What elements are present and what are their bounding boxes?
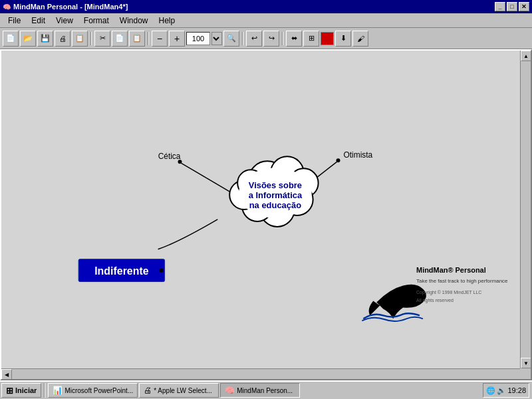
printer-icon: 🖨 [144, 386, 152, 395]
taskbar-right: 🌐 🔊 19:28 [483, 383, 531, 398]
otimista-label: Otimista [343, 150, 372, 160]
taskbar: ⊞ Iniciar 📊 Microsoft PowerPoint... 🖨 * … [0, 380, 532, 399]
taskbar-item-1-label: * Apple LW Select... [154, 387, 212, 394]
save-button[interactable]: 💾 [37, 31, 53, 47]
taskbar-item-1[interactable]: 🖨 * Apple LW Select... [139, 383, 219, 398]
menu-file[interactable]: File [3, 15, 26, 27]
undo-button[interactable]: ↩ [246, 31, 262, 47]
ppt-icon: 📊 [53, 386, 63, 395]
logo-name: MindMan® Personal [416, 266, 486, 274]
mindman-icon: 🧠 [225, 386, 235, 395]
scrollbar-vertical[interactable]: ▲ ▼ [520, 51, 531, 368]
paste-button[interactable]: 📋 [129, 31, 145, 47]
separator-1 [90, 32, 92, 45]
menu-bar: File Edit View Format Window Help [0, 13, 532, 28]
download-button[interactable]: ⬇ [335, 31, 351, 47]
center-text-2: a Informática [249, 190, 303, 200]
title-bar-buttons[interactable]: _ □ ✕ [495, 2, 529, 11]
separator-4 [282, 32, 283, 45]
cut-button[interactable]: ✂ [94, 31, 110, 47]
indiferente-node[interactable]: Indiferente [78, 259, 164, 282]
window-title: MindMan Personal - [MindMan4*] [13, 3, 128, 11]
scroll-corner [520, 368, 531, 379]
otimista-node[interactable]: Otimista [336, 150, 373, 162]
copy-button[interactable]: 📄 [112, 31, 128, 47]
title-bar: 🧠 MindMan Personal - [MindMan4*] _ □ ✕ [0, 0, 532, 13]
toolbar: 📄 📂 💾 🖨 📋 ✂ 📄 📋 − + 1007550150 🔍 ↩ ↪ ⬌ ⊞… [0, 28, 532, 49]
copy2-button[interactable]: 📋 [72, 31, 88, 47]
redo-button[interactable]: ↪ [263, 31, 279, 47]
taskbar-item-2-label: MindMan Person... [237, 387, 293, 394]
menu-help[interactable]: Help [154, 15, 181, 27]
zoom-out-button[interactable]: − [152, 31, 168, 47]
zoom-input[interactable] [186, 32, 210, 45]
separator-3 [242, 32, 243, 45]
taskbar-separator-1 [44, 383, 45, 398]
maximize-button[interactable]: □ [507, 2, 517, 11]
svg-line-0 [182, 163, 238, 196]
mindman-logo: MindMan® Personal Take the fast track to… [362, 266, 508, 321]
center-text-1: Visões sobre [249, 180, 302, 190]
indiferente-label: Indiferente [94, 265, 149, 277]
taskbar-item-0[interactable]: 📊 Microsoft PowerPoint... [48, 383, 138, 398]
mindmap-canvas: Visões sobre a Informática na educação C… [1, 51, 520, 368]
zoom-fit-button[interactable]: 🔍 [223, 31, 239, 47]
menu-window[interactable]: Window [114, 15, 154, 27]
svg-point-12 [336, 158, 340, 162]
cetica-label: Cética [158, 152, 181, 161]
system-tray: 🌐 🔊 19:28 [483, 383, 529, 398]
minimize-button[interactable]: _ [495, 2, 505, 11]
menu-edit[interactable]: Edit [26, 15, 51, 27]
network-icon: 🌐 [486, 386, 495, 395]
svg-point-14 [160, 269, 164, 273]
volume-icon: 🔊 [497, 386, 506, 395]
menu-view[interactable]: View [51, 15, 78, 27]
zoom-dropdown[interactable]: 1007550150 [211, 32, 222, 45]
scroll-down-button[interactable]: ▼ [521, 358, 531, 368]
app-icon: 🧠 [3, 3, 11, 11]
close-button[interactable]: ✕ [519, 2, 529, 11]
canvas-area[interactable]: Visões sobre a Informática na educação C… [1, 51, 520, 368]
menu-format[interactable]: Format [78, 15, 114, 27]
logo-tagline: Take the fast track to high performance [416, 278, 508, 284]
logo-copyright: Copyright © 1998 MindJET LLC [416, 290, 481, 295]
clock-display: 19:28 [507, 386, 526, 394]
scroll-up-button[interactable]: ▲ [521, 51, 531, 61]
paint-button[interactable]: 🖌 [352, 31, 368, 47]
center-text-3: na educação [249, 200, 301, 210]
windows-icon: ⊞ [6, 386, 13, 396]
print-button[interactable]: 🖨 [55, 31, 70, 47]
new-button[interactable]: 📄 [3, 31, 19, 47]
arrange-button[interactable]: ⊞ [303, 31, 319, 47]
taskbar-item-0-label: Microsoft PowerPoint... [65, 387, 133, 394]
start-label: Iniciar [15, 386, 37, 394]
taskbar-item-2[interactable]: 🧠 MindMan Person... [220, 383, 300, 398]
separator-2 [148, 32, 149, 45]
zoom-in-button[interactable]: + [169, 31, 185, 47]
logo-rights: All rights reserved [416, 298, 454, 303]
center-node[interactable]: Visões sobre a Informática na educação [229, 156, 318, 227]
scroll-left-button[interactable]: ◀ [1, 369, 12, 380]
color-red-button[interactable] [321, 32, 334, 45]
scrollbar-horizontal[interactable]: ◀ ▶ [1, 368, 520, 379]
title-bar-left: 🧠 MindMan Personal - [MindMan4*] [3, 3, 128, 11]
start-button[interactable]: ⊞ Iniciar [1, 383, 41, 398]
cetica-node[interactable]: Cética [158, 152, 182, 164]
main-window: Visões sobre a Informática na educação C… [0, 49, 532, 380]
open-button[interactable]: 📂 [20, 31, 36, 47]
move-button[interactable]: ⬌ [286, 31, 302, 47]
